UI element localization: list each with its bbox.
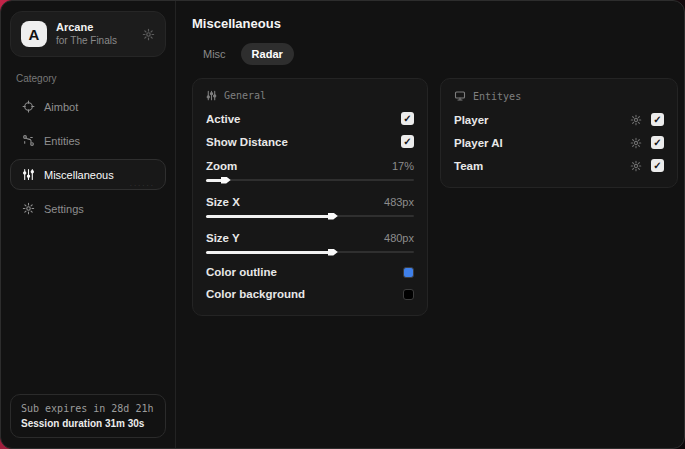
sidebar-item-entities[interactable]: Entities [10, 125, 166, 156]
color-background-swatch[interactable] [403, 289, 414, 300]
entity-controls: ✓ [630, 136, 664, 149]
nodes-icon [21, 134, 35, 147]
entities-panel: Entityes Player ✓ [440, 78, 678, 188]
setting-row-active: Active ✓ [206, 107, 414, 130]
entity-controls: ✓ [630, 159, 664, 172]
tab-misc[interactable]: Misc [192, 43, 237, 65]
entities-panel-title: Entityes [473, 91, 521, 102]
setting-row-zoom: Zoom 17% [206, 153, 414, 175]
category-label: Category [16, 73, 160, 84]
sub-expires-text: Sub expires in 28d 21h [21, 403, 155, 414]
entity-gear-icon[interactable] [630, 137, 642, 149]
setting-row-color-background: Color background [206, 283, 414, 305]
sidebar-item-label: Aimbot [44, 101, 78, 113]
sidebar: A Arcane for The Finals Category [1, 1, 176, 448]
slider-fill [206, 251, 331, 254]
tab-bar: Misc Radar [192, 43, 678, 65]
slider-thumb[interactable] [221, 177, 231, 184]
slider-thumb[interactable] [328, 213, 338, 220]
page-title: Miscellaneous [192, 16, 678, 31]
entity-controls: ✓ [630, 113, 664, 126]
player-checkbox[interactable]: ✓ [651, 113, 664, 126]
general-panel: General Active ✓ Show Distance ✓ Zoom 17… [192, 78, 428, 316]
general-panel-header: General [206, 90, 414, 101]
setting-label: Zoom [206, 160, 237, 172]
entity-label: Player AI [454, 137, 503, 149]
sidebar-item-label: Settings [44, 203, 84, 215]
entities-panel-header: Entityes [454, 90, 664, 102]
team-checkbox[interactable]: ✓ [651, 159, 664, 172]
entity-row-player-ai: Player AI ✓ [454, 131, 664, 154]
active-checkbox[interactable]: ✓ [401, 112, 414, 125]
sidebar-spacer [10, 224, 166, 394]
profile-gear-icon[interactable] [142, 28, 155, 41]
selected-item-dots: ...... [130, 179, 155, 188]
sliders-small-icon [206, 90, 217, 101]
gear-icon [21, 202, 35, 215]
sidebar-nav: Aimbot Entities [10, 91, 166, 224]
size-x-value: 483px [384, 196, 414, 208]
size-x-slider[interactable] [206, 212, 414, 221]
slider-thumb[interactable] [328, 249, 338, 256]
entity-gear-icon[interactable] [630, 160, 642, 172]
color-outline-swatch[interactable] [403, 267, 414, 278]
profile-text: Arcane for The Finals [56, 21, 133, 47]
sidebar-item-miscellaneous[interactable]: Miscellaneous ...... [10, 159, 166, 190]
subscription-box: Sub expires in 28d 21h Session duration … [10, 394, 166, 438]
sidebar-item-label: Entities [44, 135, 80, 147]
size-y-value: 480px [384, 232, 414, 244]
sidebar-item-aimbot[interactable]: Aimbot [10, 91, 166, 122]
zoom-value: 17% [392, 160, 414, 172]
setting-row-show-distance: Show Distance ✓ [206, 130, 414, 153]
player-ai-checkbox[interactable]: ✓ [651, 136, 664, 149]
size-y-slider[interactable] [206, 248, 414, 257]
entity-gear-icon[interactable] [630, 114, 642, 126]
setting-row-size-y: Size Y 480px [206, 225, 414, 247]
zoom-slider[interactable] [206, 176, 414, 185]
setting-label: Size X [206, 196, 240, 208]
tab-radar[interactable]: Radar [241, 43, 294, 65]
app-title: Arcane [56, 21, 133, 35]
crosshair-icon [21, 100, 35, 113]
main-content: Miscellaneous Misc Radar Gene [176, 1, 685, 448]
session-duration-text: Session duration 31m 30s [21, 418, 155, 429]
sliders-icon [21, 168, 35, 181]
slider-fill [206, 215, 331, 218]
app-logo: A [21, 21, 47, 47]
panels: General Active ✓ Show Distance ✓ Zoom 17… [192, 78, 678, 316]
profile-card[interactable]: A Arcane for The Finals [10, 11, 166, 57]
slider-track [206, 179, 414, 181]
setting-row-size-x: Size X 483px [206, 189, 414, 211]
app-window: A Arcane for The Finals Category [0, 0, 685, 449]
entity-label: Player [454, 114, 489, 126]
show-distance-checkbox[interactable]: ✓ [401, 135, 414, 148]
entity-row-player: Player ✓ [454, 108, 664, 131]
setting-label: Size Y [206, 232, 240, 244]
entity-row-team: Team ✓ [454, 154, 664, 177]
sidebar-item-settings[interactable]: Settings [10, 193, 166, 224]
setting-label: Color background [206, 288, 305, 300]
setting-row-color-outline: Color outline [206, 261, 414, 283]
sidebar-item-label: Miscellaneous [44, 169, 114, 181]
monitor-icon [454, 90, 466, 102]
general-panel-title: General [224, 90, 266, 101]
setting-label: Show Distance [206, 136, 288, 148]
setting-label: Active [206, 113, 241, 125]
app-subtitle: for The Finals [56, 35, 133, 48]
setting-label: Color outline [206, 266, 277, 278]
entity-label: Team [454, 160, 483, 172]
